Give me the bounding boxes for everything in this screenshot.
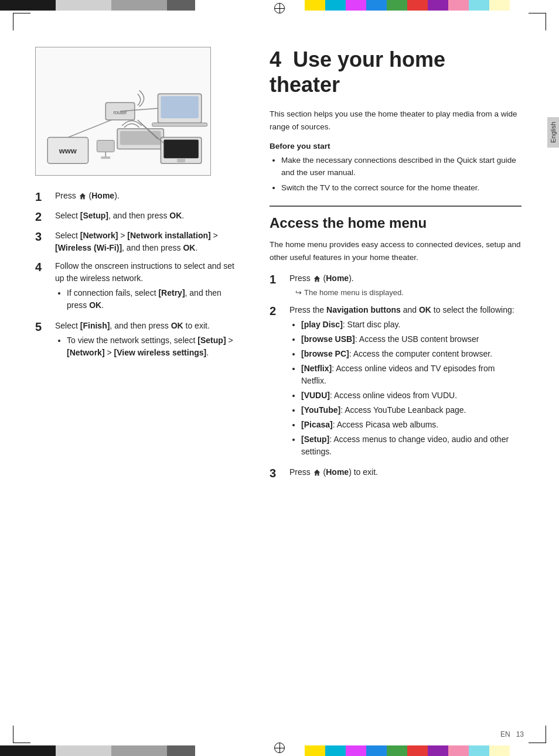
svg-rect-10 [177,158,185,162]
before-start-heading: Before you start [270,142,521,150]
before-start-list: Make the necessary connections described… [281,154,521,194]
svg-rect-3 [120,131,161,145]
right-step-num-3: 3 [270,466,286,480]
step-num-3: 3 [35,230,52,244]
svg-rect-19 [101,156,110,159]
left-steps-list: 1 Press (Home). 2 Select [Setup], and th… [35,190,234,361]
svg-rect-6 [161,96,198,118]
right-column: 4 Use your home theater This section hel… [270,47,521,486]
right-step-content-3: Press (Home) to exit. [289,466,521,478]
step-num-5: 5 [35,320,52,334]
section-title-access-menu: Access the home menu [270,215,521,231]
chapter-title: 4 Use your home theater [270,47,521,97]
step-content-4: Follow the onscreen instructions to sele… [55,260,234,314]
before-start-item-1: Make the necessary connections described… [281,154,521,179]
language-tab: English [547,117,559,148]
left-step-2: 2 Select [Setup], and then press OK. [35,210,234,224]
chapter-number: 4 [270,47,281,71]
right-step-content-1: Press (Home). The home menu is displayed… [289,272,521,299]
step1-hint: The home menu is displayed. [295,287,521,299]
right-step-3: 3 Press (Home) to exit. [270,466,521,480]
step-content-3: Select [Network] > [Network installation… [55,230,234,254]
before-start-item-2: Switch the TV to the correct source for … [281,182,521,194]
chapter-title-text: Use your home theater [270,47,445,97]
crop-mark-tr [529,13,546,30]
left-step-4: 4 Follow the onscreen instructions to se… [35,260,234,314]
left-step-1: 1 Press (Home). [35,190,234,204]
svg-text:www: www [59,146,77,155]
right-step-num-2: 2 [270,304,286,318]
right-step-content-2: Press the Navigation buttons and OK to s… [289,304,521,460]
section-divider [270,206,521,207]
left-step-5: 5 Select [Finish], and then press OK to … [35,320,234,361]
svg-text:router: router [113,110,127,115]
right-step-1: 1 Press (Home). The home menu is display… [270,272,521,299]
step-num-2: 2 [35,210,52,224]
left-column: www router [35,47,234,367]
step-content-1: Press (Home). [55,190,234,202]
crop-mark-bl [13,726,30,743]
crop-mark-tl [13,13,30,30]
step-content-5: Select [Finish], and then press OK to ex… [55,320,234,361]
step-content-2: Select [Setup], and then press OK. [55,210,234,222]
svg-rect-9 [163,140,198,159]
right-steps-list: 1 Press (Home). The home menu is display… [270,272,521,481]
step-num-4: 4 [35,260,52,274]
step-num-1: 1 [35,190,52,204]
language-label: EN [500,730,510,738]
network-diagram: www router [35,47,211,176]
right-step-2: 2 Press the Navigation buttons and OK to… [270,304,521,460]
page-footer: EN 13 [500,730,524,738]
crop-mark-br [529,726,546,743]
center-cross-top [274,3,285,13]
left-step-3: 3 Select [Network] > [Network installati… [35,230,234,254]
svg-line-13 [68,120,111,138]
svg-rect-17 [97,141,114,152]
right-step-num-1: 1 [270,272,286,286]
svg-rect-7 [152,123,207,126]
page-number: 13 [516,730,524,738]
section-access-menu-intro: The home menu provides easy access to co… [270,238,521,264]
center-cross-bottom [274,743,285,753]
intro-text: This section helps you use the home thea… [270,108,521,133]
